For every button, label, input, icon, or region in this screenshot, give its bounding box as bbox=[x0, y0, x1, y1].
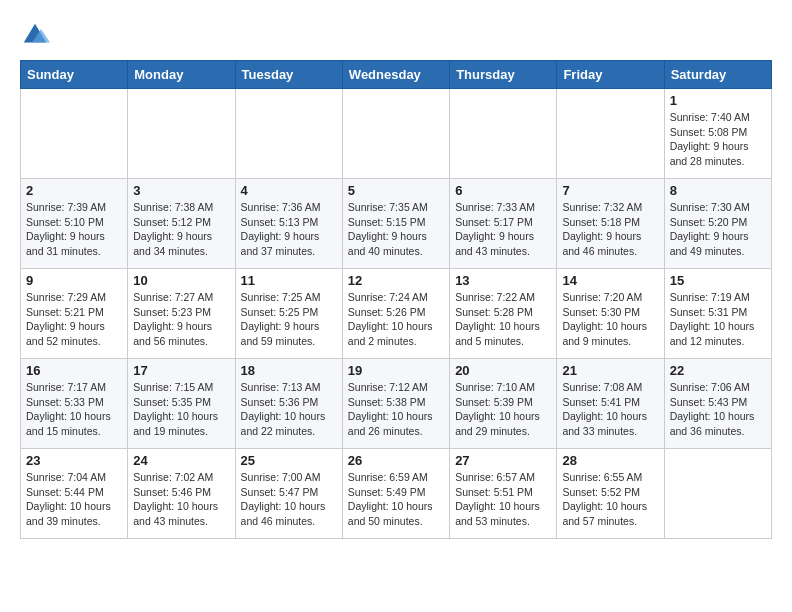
calendar-cell bbox=[557, 89, 664, 179]
day-number: 3 bbox=[133, 183, 229, 198]
day-number: 6 bbox=[455, 183, 551, 198]
page-header bbox=[20, 20, 772, 50]
day-info: Sunrise: 7:35 AM Sunset: 5:15 PM Dayligh… bbox=[348, 200, 444, 259]
calendar-cell: 24Sunrise: 7:02 AM Sunset: 5:46 PM Dayli… bbox=[128, 449, 235, 539]
calendar-cell: 2Sunrise: 7:39 AM Sunset: 5:10 PM Daylig… bbox=[21, 179, 128, 269]
day-info: Sunrise: 7:38 AM Sunset: 5:12 PM Dayligh… bbox=[133, 200, 229, 259]
calendar-cell: 27Sunrise: 6:57 AM Sunset: 5:51 PM Dayli… bbox=[450, 449, 557, 539]
calendar-cell: 19Sunrise: 7:12 AM Sunset: 5:38 PM Dayli… bbox=[342, 359, 449, 449]
calendar-cell bbox=[664, 449, 771, 539]
day-number: 9 bbox=[26, 273, 122, 288]
calendar-cell: 6Sunrise: 7:33 AM Sunset: 5:17 PM Daylig… bbox=[450, 179, 557, 269]
day-info: Sunrise: 7:30 AM Sunset: 5:20 PM Dayligh… bbox=[670, 200, 766, 259]
day-number: 16 bbox=[26, 363, 122, 378]
day-info: Sunrise: 7:15 AM Sunset: 5:35 PM Dayligh… bbox=[133, 380, 229, 439]
calendar-cell: 28Sunrise: 6:55 AM Sunset: 5:52 PM Dayli… bbox=[557, 449, 664, 539]
day-info: Sunrise: 6:57 AM Sunset: 5:51 PM Dayligh… bbox=[455, 470, 551, 529]
calendar: SundayMondayTuesdayWednesdayThursdayFrid… bbox=[20, 60, 772, 539]
day-info: Sunrise: 7:22 AM Sunset: 5:28 PM Dayligh… bbox=[455, 290, 551, 349]
day-number: 15 bbox=[670, 273, 766, 288]
calendar-week-row: 16Sunrise: 7:17 AM Sunset: 5:33 PM Dayli… bbox=[21, 359, 772, 449]
day-info: Sunrise: 7:08 AM Sunset: 5:41 PM Dayligh… bbox=[562, 380, 658, 439]
weekday-header: Monday bbox=[128, 61, 235, 89]
day-info: Sunrise: 7:13 AM Sunset: 5:36 PM Dayligh… bbox=[241, 380, 337, 439]
day-number: 19 bbox=[348, 363, 444, 378]
day-number: 27 bbox=[455, 453, 551, 468]
calendar-cell: 23Sunrise: 7:04 AM Sunset: 5:44 PM Dayli… bbox=[21, 449, 128, 539]
logo-icon bbox=[20, 20, 50, 50]
calendar-cell: 5Sunrise: 7:35 AM Sunset: 5:15 PM Daylig… bbox=[342, 179, 449, 269]
calendar-cell: 3Sunrise: 7:38 AM Sunset: 5:12 PM Daylig… bbox=[128, 179, 235, 269]
calendar-cell: 14Sunrise: 7:20 AM Sunset: 5:30 PM Dayli… bbox=[557, 269, 664, 359]
day-info: Sunrise: 7:40 AM Sunset: 5:08 PM Dayligh… bbox=[670, 110, 766, 169]
day-number: 28 bbox=[562, 453, 658, 468]
day-number: 26 bbox=[348, 453, 444, 468]
day-number: 10 bbox=[133, 273, 229, 288]
day-number: 25 bbox=[241, 453, 337, 468]
day-info: Sunrise: 7:24 AM Sunset: 5:26 PM Dayligh… bbox=[348, 290, 444, 349]
day-number: 4 bbox=[241, 183, 337, 198]
calendar-cell bbox=[342, 89, 449, 179]
calendar-cell: 9Sunrise: 7:29 AM Sunset: 5:21 PM Daylig… bbox=[21, 269, 128, 359]
day-info: Sunrise: 7:19 AM Sunset: 5:31 PM Dayligh… bbox=[670, 290, 766, 349]
day-info: Sunrise: 7:32 AM Sunset: 5:18 PM Dayligh… bbox=[562, 200, 658, 259]
day-info: Sunrise: 7:12 AM Sunset: 5:38 PM Dayligh… bbox=[348, 380, 444, 439]
day-info: Sunrise: 7:20 AM Sunset: 5:30 PM Dayligh… bbox=[562, 290, 658, 349]
calendar-cell: 7Sunrise: 7:32 AM Sunset: 5:18 PM Daylig… bbox=[557, 179, 664, 269]
calendar-cell: 26Sunrise: 6:59 AM Sunset: 5:49 PM Dayli… bbox=[342, 449, 449, 539]
day-number: 13 bbox=[455, 273, 551, 288]
calendar-cell bbox=[128, 89, 235, 179]
calendar-cell: 25Sunrise: 7:00 AM Sunset: 5:47 PM Dayli… bbox=[235, 449, 342, 539]
day-info: Sunrise: 6:55 AM Sunset: 5:52 PM Dayligh… bbox=[562, 470, 658, 529]
day-info: Sunrise: 7:27 AM Sunset: 5:23 PM Dayligh… bbox=[133, 290, 229, 349]
day-number: 20 bbox=[455, 363, 551, 378]
calendar-cell: 10Sunrise: 7:27 AM Sunset: 5:23 PM Dayli… bbox=[128, 269, 235, 359]
calendar-cell bbox=[450, 89, 557, 179]
calendar-cell bbox=[21, 89, 128, 179]
calendar-cell: 12Sunrise: 7:24 AM Sunset: 5:26 PM Dayli… bbox=[342, 269, 449, 359]
calendar-cell: 15Sunrise: 7:19 AM Sunset: 5:31 PM Dayli… bbox=[664, 269, 771, 359]
calendar-cell: 1Sunrise: 7:40 AM Sunset: 5:08 PM Daylig… bbox=[664, 89, 771, 179]
calendar-week-row: 1Sunrise: 7:40 AM Sunset: 5:08 PM Daylig… bbox=[21, 89, 772, 179]
calendar-week-row: 2Sunrise: 7:39 AM Sunset: 5:10 PM Daylig… bbox=[21, 179, 772, 269]
day-info: Sunrise: 7:06 AM Sunset: 5:43 PM Dayligh… bbox=[670, 380, 766, 439]
weekday-header: Friday bbox=[557, 61, 664, 89]
day-number: 18 bbox=[241, 363, 337, 378]
day-info: Sunrise: 7:10 AM Sunset: 5:39 PM Dayligh… bbox=[455, 380, 551, 439]
day-info: Sunrise: 7:36 AM Sunset: 5:13 PM Dayligh… bbox=[241, 200, 337, 259]
weekday-header: Tuesday bbox=[235, 61, 342, 89]
logo bbox=[20, 20, 55, 50]
day-number: 17 bbox=[133, 363, 229, 378]
day-info: Sunrise: 7:29 AM Sunset: 5:21 PM Dayligh… bbox=[26, 290, 122, 349]
weekday-header-row: SundayMondayTuesdayWednesdayThursdayFrid… bbox=[21, 61, 772, 89]
day-number: 24 bbox=[133, 453, 229, 468]
day-info: Sunrise: 7:00 AM Sunset: 5:47 PM Dayligh… bbox=[241, 470, 337, 529]
day-number: 2 bbox=[26, 183, 122, 198]
weekday-header: Saturday bbox=[664, 61, 771, 89]
calendar-cell: 16Sunrise: 7:17 AM Sunset: 5:33 PM Dayli… bbox=[21, 359, 128, 449]
day-number: 5 bbox=[348, 183, 444, 198]
weekday-header: Thursday bbox=[450, 61, 557, 89]
day-number: 1 bbox=[670, 93, 766, 108]
calendar-cell: 8Sunrise: 7:30 AM Sunset: 5:20 PM Daylig… bbox=[664, 179, 771, 269]
day-number: 8 bbox=[670, 183, 766, 198]
calendar-cell: 22Sunrise: 7:06 AM Sunset: 5:43 PM Dayli… bbox=[664, 359, 771, 449]
day-info: Sunrise: 7:25 AM Sunset: 5:25 PM Dayligh… bbox=[241, 290, 337, 349]
day-info: Sunrise: 7:04 AM Sunset: 5:44 PM Dayligh… bbox=[26, 470, 122, 529]
day-number: 7 bbox=[562, 183, 658, 198]
day-number: 21 bbox=[562, 363, 658, 378]
day-number: 11 bbox=[241, 273, 337, 288]
day-number: 12 bbox=[348, 273, 444, 288]
day-info: Sunrise: 7:02 AM Sunset: 5:46 PM Dayligh… bbox=[133, 470, 229, 529]
calendar-cell: 13Sunrise: 7:22 AM Sunset: 5:28 PM Dayli… bbox=[450, 269, 557, 359]
day-info: Sunrise: 6:59 AM Sunset: 5:49 PM Dayligh… bbox=[348, 470, 444, 529]
calendar-cell: 21Sunrise: 7:08 AM Sunset: 5:41 PM Dayli… bbox=[557, 359, 664, 449]
calendar-cell: 17Sunrise: 7:15 AM Sunset: 5:35 PM Dayli… bbox=[128, 359, 235, 449]
calendar-cell: 11Sunrise: 7:25 AM Sunset: 5:25 PM Dayli… bbox=[235, 269, 342, 359]
calendar-week-row: 9Sunrise: 7:29 AM Sunset: 5:21 PM Daylig… bbox=[21, 269, 772, 359]
calendar-cell: 18Sunrise: 7:13 AM Sunset: 5:36 PM Dayli… bbox=[235, 359, 342, 449]
day-number: 14 bbox=[562, 273, 658, 288]
calendar-week-row: 23Sunrise: 7:04 AM Sunset: 5:44 PM Dayli… bbox=[21, 449, 772, 539]
calendar-cell bbox=[235, 89, 342, 179]
weekday-header: Wednesday bbox=[342, 61, 449, 89]
